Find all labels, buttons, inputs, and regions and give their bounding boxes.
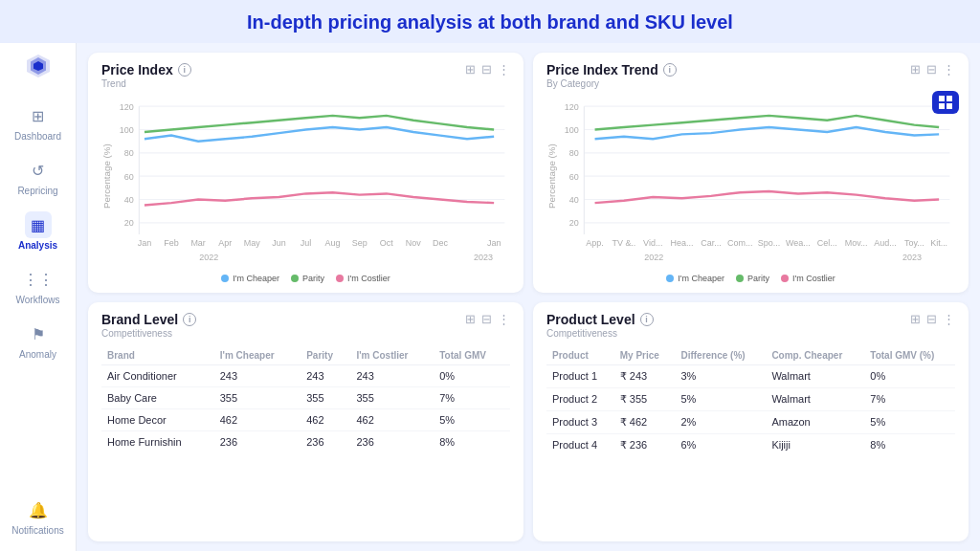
svg-text:Jul: Jul: [301, 238, 311, 248]
sidebar-item-label-dashboard: Dashboard: [14, 131, 61, 142]
product-level-info-icon[interactable]: i: [640, 313, 654, 326]
legend-parity: Parity: [291, 274, 324, 283]
svg-text:Kit...: Kit...: [930, 238, 947, 248]
brand-name: Home Furnishin: [101, 430, 214, 452]
svg-text:TV &..: TV &..: [612, 238, 635, 248]
brand-table-row: Baby Care 355 355 355 7%: [101, 386, 510, 408]
brand-level-table: Brand I'm Cheaper Parity I'm Costlier To…: [101, 346, 510, 452]
product-price: ₹ 236: [614, 433, 676, 456]
brand-level-card: Brand Level i Competitiveness ⊞ ⊟ ⋮ Bran…: [88, 302, 523, 542]
svg-text:2022: 2022: [644, 252, 663, 261]
svg-text:Wea...: Wea...: [786, 238, 811, 248]
trend-parity-dot: [736, 275, 744, 282]
price-index-filter-icon[interactable]: ⊟: [481, 62, 492, 77]
svg-text:120: 120: [565, 102, 579, 112]
svg-text:40: 40: [124, 195, 134, 205]
price-index-legend: I'm Cheaper Parity I'm Costlier: [101, 274, 510, 283]
legend-cheaper: I'm Cheaper: [221, 274, 279, 283]
sidebar-item-anomaly[interactable]: ⚑ Anomaly: [0, 315, 76, 365]
svg-text:20: 20: [124, 218, 134, 228]
product-name: Product 1: [546, 364, 614, 387]
price-index-actions: ⊞ ⊟ ⋮: [465, 62, 510, 77]
page-header: In-depth pricing analysis at both brand …: [0, 0, 980, 43]
analysis-icon: ▦: [31, 216, 45, 234]
brand-name: Home Decor: [101, 408, 214, 430]
sidebar-item-label-analysis: Analysis: [18, 240, 57, 251]
brand-parity: 243: [301, 364, 350, 386]
brand-col-gmv: Total GMV: [434, 346, 510, 365]
sidebar-item-notifications[interactable]: 🔔 Notifications: [0, 491, 76, 541]
trend-filter-icon[interactable]: ⊟: [926, 62, 937, 77]
brand-costlier: 236: [350, 430, 434, 452]
brand-col-brand: Brand: [101, 346, 214, 365]
svg-text:Toy...: Toy...: [904, 238, 924, 248]
product-name: Product 4: [546, 433, 614, 456]
product-more-icon[interactable]: ⋮: [943, 312, 955, 326]
svg-text:Percentage (%): Percentage (%): [547, 143, 557, 209]
sidebar-item-label-notifications: Notifications: [11, 525, 63, 536]
svg-text:Mov...: Mov...: [845, 238, 868, 248]
brand-level-title: Brand Level: [101, 312, 178, 327]
workflows-icon: ⋮⋮: [23, 271, 54, 289]
product-filter-icon[interactable]: ⊟: [926, 312, 937, 326]
trend-legend-cheaper: I'm Cheaper: [666, 274, 724, 283]
active-view-button[interactable]: [932, 91, 959, 114]
brand-expand-icon[interactable]: ⊞: [465, 312, 476, 326]
svg-text:120: 120: [120, 102, 134, 112]
price-index-subtitle: Trend: [101, 78, 191, 89]
notifications-icon: 🔔: [29, 501, 48, 519]
trend-expand-icon[interactable]: ⊞: [910, 62, 921, 77]
price-index-more-icon[interactable]: ⋮: [498, 62, 510, 77]
price-index-trend-info-icon[interactable]: i: [663, 63, 677, 77]
svg-text:Jan: Jan: [138, 238, 151, 248]
brand-costlier: 462: [350, 408, 434, 430]
svg-text:Mar: Mar: [190, 238, 205, 248]
product-comp: Kijiji: [766, 433, 864, 456]
svg-text:20: 20: [569, 218, 579, 228]
logo: [25, 53, 52, 83]
product-comp: Amazon: [766, 410, 864, 433]
svg-text:Car...: Car...: [701, 238, 721, 248]
price-index-expand-icon[interactable]: ⊞: [465, 62, 476, 77]
dashboard-icon: ⊞: [32, 107, 44, 125]
svg-text:Aud...: Aud...: [874, 238, 896, 248]
product-expand-icon[interactable]: ⊞: [910, 312, 921, 326]
brand-cheaper: 236: [214, 430, 301, 452]
brand-name: Baby Care: [101, 386, 214, 408]
brand-filter-icon[interactable]: ⊟: [481, 312, 492, 326]
brand-gmv: 5%: [434, 408, 510, 430]
brand-col-parity: Parity: [301, 346, 350, 365]
brand-table-row: Home Decor 462 462 462 5%: [101, 408, 510, 430]
product-table-row: Product 2 ₹ 355 5% Walmart 7%: [546, 387, 955, 410]
brand-more-icon[interactable]: ⋮: [498, 312, 510, 326]
price-index-svg: 120 100 80 60 40 20 Percentage (%) Jan: [101, 95, 510, 270]
price-index-trend-actions: ⊞ ⊟ ⋮: [910, 62, 955, 77]
svg-text:80: 80: [569, 148, 579, 158]
svg-rect-32: [939, 96, 945, 101]
svg-rect-34: [939, 103, 945, 109]
product-level-card: Product Level i Competitiveness ⊞ ⊟ ⋮ Pr…: [533, 302, 969, 542]
price-index-title: Price Index: [101, 62, 173, 77]
product-col-diff: Difference (%): [675, 346, 766, 365]
product-name: Product 2: [546, 387, 614, 410]
sidebar-item-dashboard[interactable]: ⊞ Dashboard: [0, 97, 76, 147]
brand-level-actions: ⊞ ⊟ ⋮: [465, 312, 510, 326]
sidebar-item-repricing[interactable]: ↺ Repricing: [0, 151, 76, 202]
brand-cheaper: 355: [214, 386, 301, 408]
svg-text:Sep: Sep: [352, 238, 368, 248]
legend-costlier: I'm Costlier: [336, 274, 390, 283]
brand-col-cheaper: I'm Cheaper: [214, 346, 301, 365]
product-level-actions: ⊞ ⊟ ⋮: [910, 312, 955, 326]
sidebar-item-analysis[interactable]: ▦ Analysis: [0, 206, 76, 256]
sidebar-item-label-repricing: Repricing: [17, 186, 57, 196]
svg-text:80: 80: [124, 148, 134, 158]
brand-cheaper: 243: [214, 364, 301, 386]
sidebar: ⊞ Dashboard ↺ Repricing ▦ Analysis ⋮⋮ Wo…: [0, 43, 77, 551]
sidebar-item-workflows[interactable]: ⋮⋮ Workflows: [0, 260, 76, 311]
trend-more-icon[interactable]: ⋮: [943, 62, 955, 77]
product-comp: Walmart: [766, 387, 864, 410]
price-index-info-icon[interactable]: i: [178, 63, 191, 77]
svg-text:Jun: Jun: [272, 238, 285, 248]
brand-level-info-icon[interactable]: i: [183, 313, 196, 326]
svg-rect-33: [947, 96, 952, 101]
